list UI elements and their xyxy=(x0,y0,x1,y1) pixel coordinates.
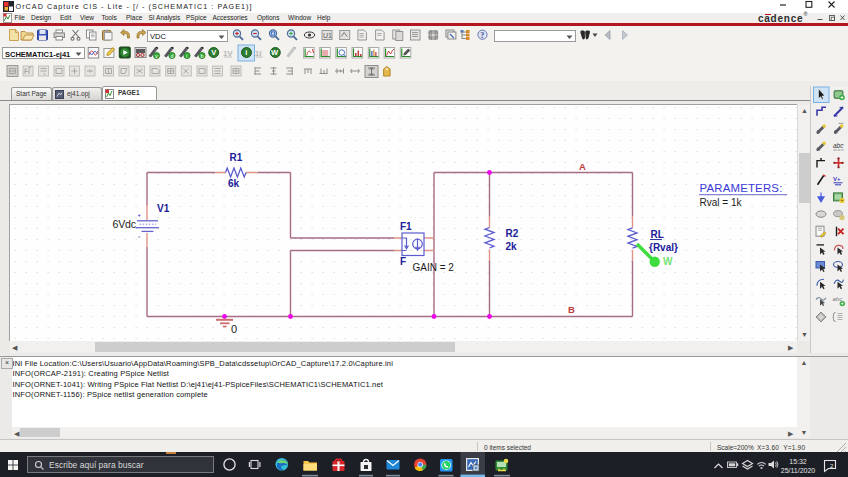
svg-text:?: ? xyxy=(480,30,484,39)
svg-text:B: B xyxy=(568,304,575,315)
svg-text:PARAMETERS:: PARAMETERS: xyxy=(700,182,783,194)
svg-text:25/11/2020: 25/11/2020 xyxy=(781,467,816,474)
svg-text:F: F xyxy=(400,256,406,267)
svg-text:R2: R2 xyxy=(506,228,519,239)
svg-text:15:32: 15:32 xyxy=(789,458,807,465)
svg-text:d: d xyxy=(170,53,173,59)
svg-text:i: i xyxy=(186,53,187,59)
svg-text:6Vdc: 6Vdc xyxy=(113,218,137,230)
svg-text:V+: V+ xyxy=(833,176,841,182)
svg-text:W: W xyxy=(271,48,279,57)
svg-text:0: 0 xyxy=(231,323,237,335)
svg-text:{Rval}: {Rval} xyxy=(649,242,678,253)
svg-text:abc: abc xyxy=(833,142,844,149)
svg-text:R1: R1 xyxy=(230,152,243,163)
svg-text:RL: RL xyxy=(651,229,664,240)
svg-text:i: i xyxy=(245,48,247,57)
svg-text:GAIN = 2: GAIN = 2 xyxy=(413,262,455,273)
svg-text:V1: V1 xyxy=(157,203,170,214)
svg-text:1V: 1V xyxy=(223,49,233,58)
svg-text:A: A xyxy=(579,161,586,172)
svg-text:abc: abc xyxy=(833,296,843,302)
svg-text:2: 2 xyxy=(830,463,834,469)
svg-text:v: v xyxy=(155,53,158,59)
svg-text:2k: 2k xyxy=(506,241,518,252)
svg-text:1I: 1I xyxy=(255,49,262,58)
svg-text:V: V xyxy=(211,48,216,57)
svg-text:U1: U1 xyxy=(323,31,332,38)
svg-text:6k: 6k xyxy=(228,178,240,189)
svg-text:W: W xyxy=(663,256,673,267)
svg-text:F1: F1 xyxy=(400,221,412,232)
svg-text:Rval = 1k: Rval = 1k xyxy=(700,197,743,208)
svg-text:b: b xyxy=(201,53,204,59)
